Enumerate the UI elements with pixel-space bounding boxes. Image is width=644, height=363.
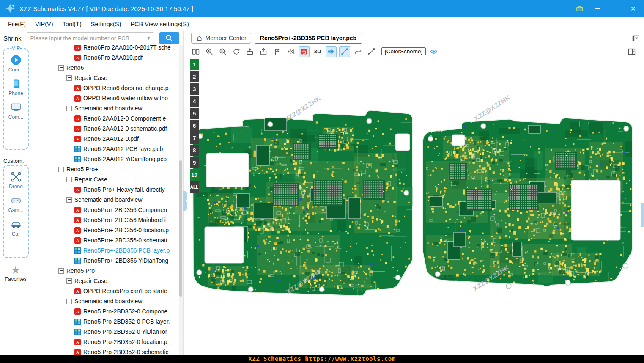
tree-item[interactable]: AReno6Pro 2AA010-0-2017T sche (32, 45, 179, 52)
rail-item-favorites[interactable]: ★ Favorites (0, 264, 31, 282)
jump-arrow-icon[interactable] (326, 46, 337, 57)
pcb-board-view[interactable]: XZZ@XZZHKXZZ@XZZHKXZZ@XZZHKXZZ@XZZHK (187, 58, 644, 355)
tree-item[interactable]: Reno5 Pro-2BD352-0 YiDianTor (32, 327, 179, 337)
menu-item-vip-v[interactable]: VIP(V) (30, 17, 58, 31)
tree-item[interactable]: Schematic and boardview (32, 103, 179, 113)
collapse-icon[interactable] (58, 167, 64, 172)
tree-item[interactable]: Schematic and boardview (32, 296, 179, 306)
search-input[interactable] (27, 35, 147, 41)
menu-item-pcb-view-settings-s[interactable]: PCB View settings(S) (126, 17, 193, 31)
tree-item[interactable]: AReno6Pro 2AA010.pdf (32, 52, 179, 63)
tree-scrollbar-thumb[interactable] (179, 160, 182, 297)
tree-item[interactable]: Repair Case (32, 174, 179, 184)
close-panel-icon[interactable] (632, 34, 640, 42)
viewer-right-scroll-handle[interactable] (641, 203, 644, 227)
tree-item[interactable]: AReno5 Pro-2BD352-0 location.p (32, 337, 179, 347)
layer-button-3[interactable]: 3 (190, 83, 199, 95)
rail-item-computer[interactable]: Com... (4, 102, 28, 120)
color-scheme-button[interactable]: [ColorScheme] (381, 47, 426, 55)
collapse-icon[interactable] (66, 299, 72, 304)
tree-item[interactable]: Reno5 Pro+ (32, 164, 179, 174)
tree-item[interactable]: AOPPO Reno5Pro can't be starte (32, 286, 179, 296)
collapse-icon[interactable] (58, 268, 64, 274)
tree-item[interactable]: Reno5Pro+-2BD356 YiDianTong (32, 256, 179, 266)
multi-window-icon[interactable] (190, 46, 201, 57)
tree-item[interactable]: Schematic and boardview (32, 195, 179, 205)
rail-item-car[interactable]: Car (4, 219, 28, 237)
collapse-panel-handle[interactable] (183, 191, 187, 211)
layer-button-2[interactable]: 2 (190, 71, 199, 82)
minimize-button[interactable] (591, 3, 604, 14)
tree-item[interactable]: Reno6 (32, 63, 179, 73)
zoom-out-icon[interactable] (217, 46, 228, 57)
collapse-icon[interactable] (66, 278, 72, 284)
tree-item[interactable]: AReno5 Pro+ Heavy fall, directly (32, 184, 179, 195)
layer-button-10[interactable]: 10 (190, 169, 199, 181)
rail-item-course[interactable]: Cour... (4, 55, 28, 73)
collapse-icon[interactable] (58, 65, 64, 71)
tree-item[interactable]: AReno5Pro+ 2BD356-0 location.p (32, 225, 179, 235)
rail-item-drone[interactable]: Drone (4, 171, 28, 190)
rail-item-phone[interactable]: Phone (4, 78, 28, 96)
layer-button-1[interactable]: 1 (190, 59, 199, 70)
curve-tool-icon[interactable] (353, 46, 364, 57)
tree-item[interactable]: AReno6 2AA012-0 Component e (32, 113, 179, 124)
export-open-box-icon[interactable] (258, 46, 269, 57)
measure-line-icon[interactable] (339, 46, 350, 57)
view-3d-button[interactable]: 3D (312, 46, 323, 57)
pcb-canvas[interactable]: XZZ@XZZHKXZZ@XZZHKXZZ@XZZHKXZZ@XZZHK 123… (187, 58, 644, 355)
menu-item-file-f[interactable]: File(F) (3, 17, 30, 31)
layer-button-9[interactable]: 9 (190, 157, 199, 168)
dropdown-caret-icon[interactable]: ▼ (147, 36, 151, 41)
tree-item-label: Reno5 Pro-2BD352-0 location.p (83, 338, 167, 345)
tree-item[interactable]: AReno6 2AA012-0 schematic.pdf (32, 124, 179, 134)
tree-item[interactable]: Reno6-2AA012 YiDianTong.pcb (32, 154, 179, 164)
tree-item[interactable]: Reno6-2AA012 PCB layer.pcb (32, 144, 179, 154)
pcb-icon (74, 146, 81, 152)
vip-briefcase-icon[interactable] (573, 3, 586, 14)
collapse-icon[interactable] (66, 75, 72, 81)
tree-item[interactable]: Reno5Pro+-2BD356 PCB layer.p (32, 245, 179, 256)
collapse-icon[interactable] (66, 106, 72, 111)
tree-item[interactable]: AReno5Pro+ 2BD356-0 schemati (32, 235, 179, 245)
menu-item-settings-s[interactable]: Settings(S) (86, 17, 126, 31)
model-search-combobox[interactable]: ▼ (27, 32, 154, 44)
tree-item[interactable]: Reno5 Pro (32, 266, 179, 276)
zoom-in-icon[interactable] (204, 46, 215, 57)
layer-button-all[interactable]: ALL (190, 182, 199, 193)
layer-button-5[interactable]: 5 (190, 108, 199, 119)
flip-board-icon[interactable] (299, 46, 310, 57)
probe-tool-icon[interactable] (366, 46, 377, 57)
tree-item[interactable]: AReno5 Pro-2BD352-0 Compone (32, 306, 179, 316)
tree-item[interactable]: AReno5Pro+ 2BD356 Componen (32, 205, 179, 215)
layer-button-6[interactable]: 6 (190, 120, 199, 132)
flag-pin-icon[interactable] (271, 46, 282, 57)
shrink-button[interactable]: Shrink (3, 35, 22, 42)
layer-button-4[interactable]: 4 (190, 96, 199, 107)
tree-item[interactable]: Reno5 Pro-2BD352-0 PCB layer. (32, 316, 179, 327)
tree-item[interactable]: Repair Case (32, 73, 179, 83)
tree-item[interactable]: AOPPO Reno6 does not charge.p (32, 83, 179, 93)
layer-button-7[interactable]: 7 (190, 132, 199, 144)
tree-item[interactable]: AReno5 Pro-2BD352-0 schematic (32, 347, 179, 355)
search-button[interactable] (159, 32, 179, 44)
side-panel-toggle-icon[interactable] (626, 46, 637, 57)
tree-scrollbar[interactable] (179, 45, 183, 355)
refresh-icon[interactable] (231, 46, 242, 57)
tree-item[interactable]: Repair Case (32, 276, 179, 286)
collapse-icon[interactable] (66, 197, 72, 203)
rail-item-game[interactable]: Gam... (4, 195, 28, 213)
close-button[interactable]: × (626, 3, 640, 14)
collapse-icon[interactable] (66, 177, 72, 182)
flip-horizontal-icon[interactable] (285, 46, 296, 57)
tree-item[interactable]: AReno6 2AA012-0.pdf (32, 134, 179, 144)
export-box-icon[interactable] (244, 46, 255, 57)
maximize-button[interactable] (608, 3, 622, 14)
active-document-tab[interactable]: Reno5Pro+-2BD356 PCB layer.pcb (255, 33, 362, 44)
menu-item-tool-t[interactable]: Tool(T) (58, 17, 86, 31)
tree-item[interactable]: AReno5Pro+ 2BD356 Mainbord i (32, 215, 179, 225)
tree-item[interactable]: AOPPO Reno6 water inflow witho (32, 93, 179, 103)
layer-button-8[interactable]: 8 (190, 145, 199, 156)
member-center-button[interactable]: Member Center (191, 33, 251, 44)
eye-visibility-icon[interactable] (428, 46, 439, 57)
